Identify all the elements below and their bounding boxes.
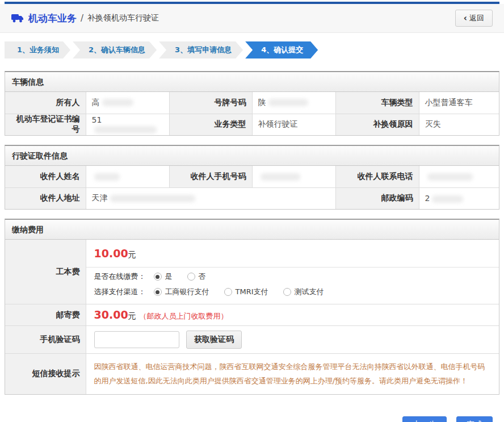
step-nav: 1、业务须知 2、确认车辆信息 3、填写申请信息 4、确认提交 (5, 41, 499, 59)
vehicle-info-table: 所有人 高 号牌号码 陕 车辆类型 小型普通客车 机动车登记证书编号 51 业务… (5, 92, 499, 135)
finish-button[interactable]: 完成 (456, 416, 493, 422)
get-code-button[interactable]: 获取验证码 (186, 331, 242, 349)
pay-channel-option-line: 选择支付渠道： 工商银行支付 TMRI支付 测试支付 (86, 283, 499, 304)
table-row: 收件人地址 天津 邮政编码 2 (5, 187, 499, 209)
radio-selected-icon (154, 288, 162, 296)
redacted-value (268, 99, 308, 106)
radio-unselected-icon (283, 288, 291, 296)
vehicle-info-section: 车辆信息 所有人 高 号牌号码 陕 车辆类型 小型普通客车 机动车登记证书编号 … (5, 71, 499, 136)
radio-selected-icon (154, 273, 162, 281)
footer-actions: 上一步 完成 (0, 404, 504, 422)
business-type-value: 补领行驶证 (252, 114, 335, 135)
payment-section: 缴纳费用 工本费 10.00元 是否在线缴费： 是 (5, 219, 499, 395)
recipient-phone-value (419, 166, 499, 187)
recipient-address-value: 天津 (86, 187, 335, 209)
radio-unselected-icon (224, 288, 232, 296)
radio-label: 测试支付 (295, 287, 324, 297)
back-chevron-icon: ‹ (464, 14, 467, 23)
cost-unit: 元 (128, 250, 136, 259)
post-fee-value: 30.00元（邮政人员上门收取费用） (86, 304, 499, 326)
radio-unselected-icon (187, 273, 195, 281)
radio-label: 工商银行支付 (165, 287, 209, 297)
sms-notice-label: 短信接收提示 (5, 354, 86, 394)
header: 机动车业务 / 补换领机动车行驶证 ‹ 返回 (0, 4, 504, 33)
delivery-section-title: 行驶证取件信息 (5, 146, 499, 166)
recipient-phone-label: 收件人联系电话 (335, 166, 419, 187)
radio-channel-icbc[interactable]: 工商银行支付 (154, 287, 209, 297)
reason-label: 补换领原因 (335, 114, 419, 135)
redacted-value (94, 173, 120, 181)
sms-notice-cell: 因陕西省联通、电信运营商技术问题，陕西省互联网交通安全综合服务管理平台无法向持陕… (86, 354, 499, 394)
cost-fee-amount-line: 10.00元 (86, 240, 499, 268)
online-pay-option-line: 是否在线缴费： 是 否 (86, 268, 499, 283)
redacted-value (110, 195, 195, 202)
redacted-value (432, 195, 463, 203)
vehicle-type-label: 车辆类型 (335, 92, 419, 114)
sms-code-input[interactable] (94, 331, 179, 348)
radio-channel-tmri[interactable]: TMRI支付 (224, 287, 268, 297)
page-subtitle: 补换领机动车行驶证 (87, 13, 159, 23)
pay-channel-question: 选择支付渠道： (94, 287, 146, 297)
recipient-name-value (86, 166, 169, 187)
zip-code-value: 2 (419, 187, 499, 209)
plate-value: 陕 (252, 92, 335, 114)
delivery-info-section: 行驶证取件信息 收件人姓名 收件人手机号码 收件人联系电话 收件人地址 天津 邮… (5, 145, 499, 210)
recipient-name-label: 收件人姓名 (5, 166, 86, 187)
zip-code-label: 邮政编码 (335, 187, 419, 209)
page: 机动车业务 / 补换领机动车行驶证 ‹ 返回 1、业务须知 2、确认车辆信息 3… (0, 2, 504, 422)
step-2-tab[interactable]: 2、确认车辆信息 (73, 41, 157, 59)
vehicle-section-title: 车辆信息 (5, 72, 499, 92)
online-pay-question: 是否在线缴费： (94, 271, 146, 282)
reason-value: 灭失 (419, 114, 499, 135)
step-1-tab[interactable]: 1、业务须知 (5, 41, 70, 59)
cert-number-value: 51 (86, 114, 169, 135)
previous-step-button[interactable]: 上一步 (402, 416, 447, 422)
radio-online-no[interactable]: 否 (187, 271, 206, 282)
redacted-value (427, 173, 473, 181)
table-row: 机动车登记证书编号 51 业务类型 补领行驶证 补换领原因 灭失 (5, 114, 499, 135)
business-type-label: 业务类型 (169, 114, 252, 135)
redacted-value (102, 99, 133, 106)
table-row: 收件人姓名 收件人手机号码 收件人联系电话 (5, 166, 499, 187)
step-4-tab[interactable]: 4、确认提交 (245, 41, 318, 59)
sms-code-label: 手机验证码 (5, 326, 86, 354)
radio-online-yes[interactable]: 是 (154, 271, 173, 282)
delivery-info-table: 收件人姓名 收件人手机号码 收件人联系电话 收件人地址 天津 邮政编码 2 (5, 166, 499, 209)
plate-label: 号牌号码 (169, 92, 252, 114)
recipient-mobile-label: 收件人手机号码 (169, 166, 252, 187)
step-3-tab[interactable]: 3、填写申请信息 (159, 41, 243, 59)
redacted-value (261, 173, 300, 181)
back-label: 返回 (469, 13, 484, 23)
radio-label: TMRI支付 (236, 287, 268, 297)
post-amount: 30.00 (94, 308, 128, 321)
payment-section-title: 缴纳费用 (5, 220, 499, 240)
owner-label: 所有人 (5, 92, 86, 114)
post-fee-label: 邮寄费 (5, 304, 86, 326)
radio-label: 是 (165, 271, 173, 282)
sms-notice-text: 因陕西省联通、电信运营商技术问题，陕西省互联网交通安全综合服务管理平台无法向持陕… (94, 360, 492, 388)
table-row: 手机验证码 获取验证码 (5, 326, 499, 354)
table-row: 短信接收提示 因陕西省联通、电信运营商技术问题，陕西省互联网交通安全综合服务管理… (5, 354, 499, 394)
recipient-address-label: 收件人地址 (5, 187, 86, 209)
page-title: 机动车业务 (28, 12, 77, 25)
cost-fee-label: 工本费 (5, 240, 86, 304)
table-row: 工本费 10.00元 是否在线缴费： 是 否 (5, 240, 499, 304)
post-fee-note: （邮政人员上门收取费用） (140, 312, 228, 320)
vehicle-type-value: 小型普通客车 (419, 92, 499, 114)
redacted-value (94, 126, 157, 133)
table-row: 所有人 高 号牌号码 陕 车辆类型 小型普通客车 (5, 92, 499, 114)
back-button[interactable]: ‹ 返回 (455, 10, 493, 27)
truck-icon (11, 14, 24, 23)
radio-label: 否 (199, 271, 206, 282)
post-unit: 元 (128, 311, 136, 320)
breadcrumb-separator: / (81, 13, 83, 23)
cost-fee-cell: 10.00元 是否在线缴费： 是 否 选择支 (86, 240, 499, 304)
recipient-mobile-value (252, 166, 335, 187)
table-row: 邮寄费 30.00元（邮政人员上门收取费用） (5, 304, 499, 326)
cert-number-label: 机动车登记证书编号 (5, 114, 86, 135)
payment-table: 工本费 10.00元 是否在线缴费： 是 否 (5, 240, 499, 394)
sms-code-cell: 获取验证码 (86, 326, 499, 354)
owner-value: 高 (86, 92, 169, 114)
radio-channel-test[interactable]: 测试支付 (283, 287, 324, 297)
cost-amount: 10.00 (94, 247, 128, 260)
